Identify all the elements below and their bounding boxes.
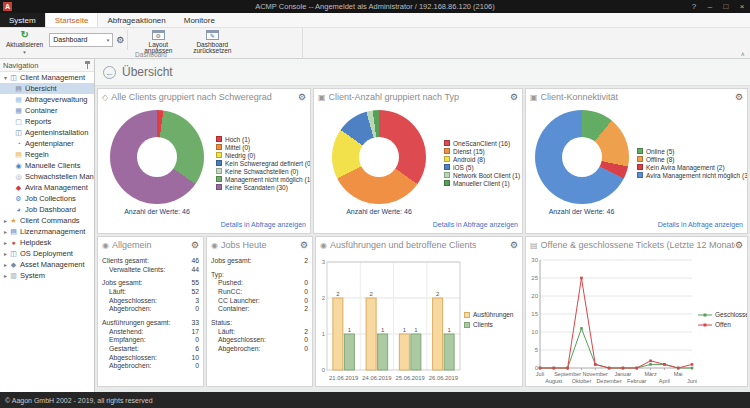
restore-button[interactable]: □ xyxy=(718,0,734,13)
pin-icon[interactable] xyxy=(84,61,91,70)
ribbon-tab-bar: SystemStartseiteAbfrageaktionenMonitore xyxy=(0,13,750,28)
tree-spacer: ▸ xyxy=(2,239,9,246)
legend-swatch xyxy=(216,152,222,158)
legend-label: Offen xyxy=(715,321,731,328)
svg-text:3: 3 xyxy=(322,259,326,265)
svg-text:März: März xyxy=(644,371,656,377)
stat-value: 0 xyxy=(195,305,199,312)
legend-label: Ausführungen xyxy=(473,311,513,318)
legend-item: Avira Management nicht möglich (31) xyxy=(637,172,744,179)
sidebar-item-abfrageverwaltung[interactable]: ▦Abfrageverwaltung xyxy=(0,94,94,105)
license-management-icon: ▤ xyxy=(9,228,18,236)
gear-icon[interactable]: ⚙ xyxy=(191,240,199,250)
svg-text:25.06.2019: 25.06.2019 xyxy=(396,375,425,381)
stat-value: 0 xyxy=(304,279,308,286)
line-chart-svg: 051015202530JuliAugustSeptemberOktoberNo… xyxy=(526,253,698,386)
legend-label: Geschlossen xyxy=(715,311,747,318)
tab-startseite[interactable]: Startseite xyxy=(45,13,99,27)
stat-row: Abgeschlossen:10 xyxy=(102,353,199,362)
sidebar-item-job-dashboard[interactable]: ◕Job Dashboard xyxy=(0,204,94,215)
stat-row: Empfangen:0 xyxy=(102,336,199,345)
stat-row: Clients gesamt:46 xyxy=(102,256,199,265)
system-icon: ▥ xyxy=(9,272,18,280)
agent-install-icon: ◫ xyxy=(14,129,23,137)
dashboard-select-group: Dashboard ▾ ⚙ xyxy=(49,29,124,50)
legend-label: Clients xyxy=(473,321,493,328)
legend-label: Network Boot Client (1) xyxy=(453,172,520,179)
sidebar-item-schwachstellen-management[interactable]: ◎Schwachstellen Management xyxy=(0,171,94,182)
sidebar-item-label: Job Dashboard xyxy=(25,205,76,214)
legend-item: Kein Avira Management (2) xyxy=(637,164,744,171)
gear-icon[interactable]: ⚙ xyxy=(510,92,518,102)
sidebar-item-avira-management[interactable]: ◆Avira Management xyxy=(0,182,94,193)
sidebar-item-asset-management[interactable]: ▸◆Asset Management xyxy=(0,259,94,270)
sidebar-item-client-commands[interactable]: ▸★Client Commands xyxy=(0,215,94,226)
chart-legend: OneScanClient (16)Dienst (15)Android (8)… xyxy=(444,105,522,221)
sidebar-item-lizenzmanagement[interactable]: ▸▤Lizenzmanagement xyxy=(0,226,94,237)
close-button[interactable]: × xyxy=(734,0,750,13)
sidebar-item-job-collections[interactable]: ⚙Job Collections xyxy=(0,193,94,204)
stat-value: 0 xyxy=(304,336,308,343)
tab-abfrageaktionen[interactable]: Abfrageaktionen xyxy=(98,13,174,27)
stat-value: 2 xyxy=(304,257,308,264)
bar xyxy=(444,334,454,370)
stat-row: Status: xyxy=(211,318,308,327)
stat-label: Anstehend: xyxy=(109,328,143,335)
sidebar-item-system[interactable]: ▸▥System xyxy=(0,270,94,281)
legend-swatch xyxy=(216,176,222,182)
gear-icon[interactable]: ⚙ xyxy=(116,35,124,45)
stat-row: Abgebrochen:0 xyxy=(102,362,199,371)
legend-swatch xyxy=(464,322,470,328)
sidebar-item-label: Client Management xyxy=(20,73,85,82)
stat-value: 0 xyxy=(304,345,308,352)
sidebar-item-container[interactable]: ▦Container xyxy=(0,105,94,116)
legend-swatch xyxy=(637,148,643,154)
sidebar-item-agentenplaner[interactable]: ◔Agentenplaner xyxy=(0,138,94,149)
sidebar-item-client-management[interactable]: ▾◫Client Management xyxy=(0,72,94,83)
ribbon-group-dashboard: ↻ Aktualisieren ▾ Dashboard ▾ ⚙ ⚙ Layout… xyxy=(0,28,303,59)
job-collections-icon: ⚙ xyxy=(14,195,23,203)
sidebar-item-helpdesk[interactable]: ▸●Helpdesk xyxy=(0,237,94,248)
help-button[interactable]: ? xyxy=(686,0,702,13)
panel-title: Client-Konnektivität xyxy=(541,92,619,102)
donut-graphic xyxy=(332,110,426,204)
svg-text:0: 0 xyxy=(322,367,326,373)
bar-chart-svg: 01232121.06.20192124.06.20191125.06.2019… xyxy=(316,253,464,386)
legend-swatch xyxy=(444,180,450,186)
sidebar-item-label: Agenteninstallation xyxy=(25,128,88,137)
legend-line-marker xyxy=(698,312,712,318)
back-icon[interactable]: ← xyxy=(103,66,116,79)
dashboard-select[interactable]: Dashboard ▾ xyxy=(49,33,113,47)
tab-monitore[interactable]: Monitore xyxy=(175,13,224,27)
sidebar-item-os-deployment[interactable]: ▸◫OS Deployment xyxy=(0,248,94,259)
stats-list-general: Clients gesamt:46Verwaltete Clients:44Jo… xyxy=(98,253,203,370)
gear-icon[interactable]: ⚙ xyxy=(298,92,306,102)
legend-item: Niedrig (0) xyxy=(216,152,307,159)
legend-swatch xyxy=(444,148,450,154)
sidebar-item-übersicht[interactable]: ▤Übersicht xyxy=(0,83,94,94)
gear-icon[interactable]: ⚙ xyxy=(735,240,743,250)
stat-label: Abgebrochen: xyxy=(109,305,151,312)
sidebar-item-agenteninstallation[interactable]: ◫Agenteninstallation xyxy=(0,127,94,138)
stat-row: Typ: xyxy=(211,270,308,279)
chart-legend: AusführungenClients xyxy=(464,253,522,386)
gear-icon[interactable]: ⚙ xyxy=(735,92,743,102)
details-link[interactable]: Details in Abfrage anzeigen xyxy=(526,221,747,233)
sidebar-item-regeln[interactable]: ▤Regeln xyxy=(0,149,94,160)
chevron-down-icon[interactable]: ▾ xyxy=(2,74,9,81)
details-link[interactable]: Details in Abfrage anzeigen xyxy=(98,221,310,233)
sidebar-item-reports[interactable]: ▢Reports xyxy=(0,116,94,127)
gear-icon[interactable]: ⚙ xyxy=(510,240,518,250)
gear-icon[interactable]: ⚙ xyxy=(300,240,308,250)
stat-value: 0 xyxy=(195,336,199,343)
reports-icon: ▢ xyxy=(14,118,23,126)
legend-label: Online (5) xyxy=(646,148,675,155)
details-link[interactable]: Details in Abfrage anzeigen xyxy=(314,221,522,233)
sidebar-item-manuelle-clients[interactable]: ◉Manuelle Clients xyxy=(0,160,94,171)
tab-system[interactable]: System xyxy=(0,13,45,27)
sidebar-item-label: Schwachstellen Management xyxy=(25,172,94,181)
collapse-ribbon-button[interactable]: ∧ xyxy=(741,50,745,57)
minimize-button[interactable]: – xyxy=(702,0,718,13)
bar xyxy=(366,298,376,370)
chart-legend: GeschlossenOffen xyxy=(698,253,747,386)
